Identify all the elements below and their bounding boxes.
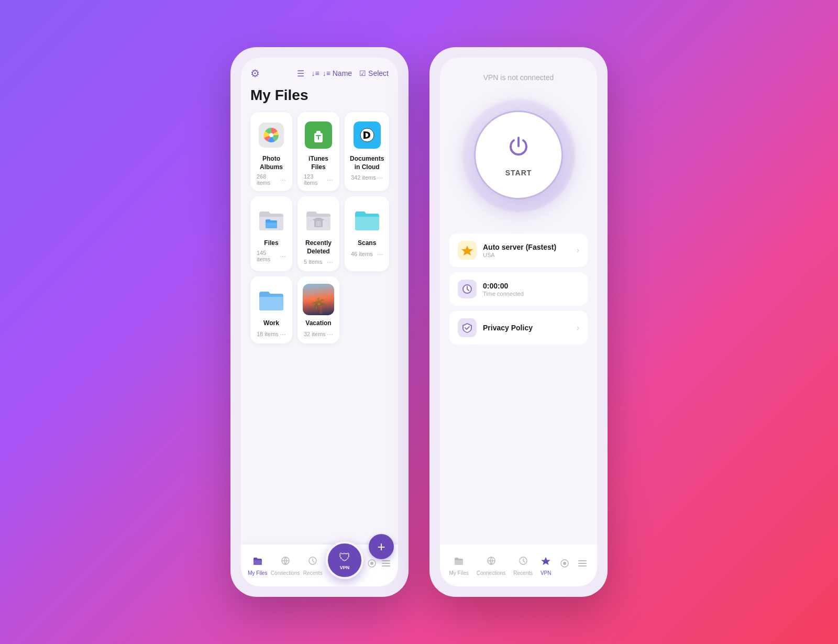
- vpn-server-sub: USA: [483, 252, 577, 258]
- work-menu[interactable]: ···: [280, 330, 286, 338]
- vpn-content: VPN is not connected START: [440, 58, 597, 545]
- bottom-nav-right: My Files Connections: [440, 545, 597, 586]
- left-phone: ⚙ ☰ ↓≡ ↓≡ Name ☑ Select My Files: [230, 47, 409, 597]
- docs-icon: [354, 121, 381, 149]
- vpn-time-icon: [458, 280, 477, 298]
- photo-albums-menu[interactable]: ···: [280, 175, 286, 184]
- vpn-server-row[interactable]: Auto server (Fastest) USA ›: [449, 234, 588, 267]
- docs-count: 342 items: [351, 174, 376, 181]
- file-card-work[interactable]: Work 18 items ···: [250, 276, 292, 343]
- files-name: Files: [264, 239, 278, 248]
- vacation-menu[interactable]: ···: [327, 330, 333, 338]
- vacation-meta: 32 items ···: [303, 330, 334, 338]
- nav-item-connections[interactable]: Connections: [271, 556, 300, 576]
- vpn-power-button[interactable]: START: [474, 110, 563, 199]
- vpn-power-icon: [505, 134, 532, 165]
- docs-meta: 342 items ···: [350, 173, 384, 182]
- vpn-time-row[interactable]: 0:00:00 Time connected: [449, 272, 588, 306]
- file-card-files[interactable]: Files 145 items ···: [250, 196, 292, 271]
- nav-item-vpn-center[interactable]: 🛡 VPN: [326, 552, 363, 579]
- svg-rect-11: [363, 131, 365, 139]
- recents-nav-icon: [307, 556, 318, 569]
- vpn-server-icon: [458, 241, 477, 260]
- files-icon-wrap: [256, 204, 287, 235]
- add-fab-button[interactable]: +: [369, 534, 394, 559]
- right-nav-more[interactable]: [577, 558, 588, 573]
- vpn-privacy-title: Privacy Policy: [483, 324, 577, 332]
- right-nav-connections[interactable]: Connections: [477, 556, 506, 576]
- vpn-privacy-icon: [458, 318, 477, 337]
- vpn-center-button[interactable]: 🛡 VPN: [326, 541, 363, 579]
- vacation-name: Vacation: [305, 319, 331, 328]
- nav-item-myfiles[interactable]: My Files: [248, 556, 267, 576]
- vpn-privacy-row[interactable]: Privacy Policy ›: [449, 311, 588, 345]
- sort-button[interactable]: ↓≡ ↓≡ Name: [312, 69, 352, 77]
- recently-deleted-menu[interactable]: ···: [327, 258, 333, 266]
- myfiles-content: ⚙ ☰ ↓≡ ↓≡ Name ☑ Select My Files: [241, 58, 398, 545]
- recently-deleted-name: Recently Deleted: [303, 239, 334, 256]
- svg-rect-5: [316, 131, 321, 134]
- scans-menu[interactable]: ···: [377, 250, 383, 258]
- right-vpn-nav-label: VPN: [541, 570, 552, 576]
- nav-item-browser[interactable]: [367, 558, 377, 573]
- list-icon[interactable]: ☰: [297, 69, 304, 79]
- browser-nav-icon: [367, 558, 377, 571]
- right-nav-myfiles[interactable]: My Files: [449, 556, 468, 576]
- nav-item-recents[interactable]: Recents: [303, 556, 323, 576]
- itunes-name: iTunes Files: [303, 155, 334, 171]
- right-nav-recents[interactable]: Recents: [513, 556, 533, 576]
- right-nav-browser[interactable]: [559, 558, 570, 573]
- more-nav-icon: [381, 558, 391, 571]
- recently-deleted-icon-wrap: [303, 204, 334, 235]
- work-icon-wrap: [256, 284, 287, 315]
- work-name: Work: [263, 319, 279, 328]
- file-card-docs[interactable]: Documents in Cloud 342 items ···: [345, 112, 389, 191]
- gear-icon[interactable]: ⚙: [250, 67, 260, 80]
- right-recents-nav-label: Recents: [513, 570, 533, 576]
- vpn-time-text: 0:00:00 Time connected: [483, 282, 579, 297]
- photo-albums-meta: 268 items ···: [256, 173, 287, 186]
- files-menu[interactable]: ···: [280, 252, 286, 260]
- page-title: My Files: [250, 87, 389, 104]
- vpn-power-outer-circle: START: [461, 97, 576, 213]
- right-connections-nav-icon: [486, 556, 497, 569]
- recently-deleted-meta: 5 items ···: [303, 258, 334, 266]
- file-card-scans[interactable]: Scans 46 items ···: [345, 196, 389, 271]
- myfiles-nav-label: My Files: [248, 570, 267, 576]
- connections-nav-icon: [280, 556, 291, 569]
- file-card-vacation[interactable]: Vacation 32 items ···: [297, 276, 339, 343]
- right-phone: VPN is not connected START: [429, 47, 608, 597]
- right-connections-nav-label: Connections: [477, 570, 506, 576]
- svg-rect-7: [318, 135, 319, 140]
- vpn-shield-icon: 🛡: [339, 551, 350, 564]
- right-vpn-nav-icon: [541, 556, 551, 569]
- itunes-icon-wrap: [303, 119, 334, 151]
- nav-item-more[interactable]: [381, 558, 391, 573]
- select-button[interactable]: ☑ Select: [359, 69, 389, 77]
- work-count: 18 items: [257, 331, 279, 337]
- photo-albums-icon: [256, 119, 287, 151]
- connections-nav-label: Connections: [271, 570, 300, 576]
- scans-name: Scans: [358, 239, 376, 248]
- file-card-recently-deleted[interactable]: Recently Deleted 5 items ···: [297, 196, 339, 271]
- right-recents-nav-icon: [518, 556, 528, 569]
- docs-menu[interactable]: ···: [377, 173, 383, 182]
- vpn-server-title: Auto server (Fastest): [483, 243, 577, 251]
- vpn-status-text: VPN is not connected: [483, 73, 554, 82]
- sort-label-text: ↓≡ Name: [323, 69, 352, 77]
- toolbar: ⚙ ☰ ↓≡ ↓≡ Name ☑ Select: [250, 67, 389, 80]
- docs-name: Documents in Cloud: [350, 155, 384, 171]
- itunes-menu[interactable]: ···: [327, 175, 333, 184]
- file-card-itunes[interactable]: iTunes Files 123 items ···: [297, 112, 339, 191]
- files-meta: 145 items ···: [256, 250, 287, 262]
- photo-albums-name: Photo Albums: [256, 155, 287, 171]
- svg-point-22: [370, 562, 373, 565]
- right-myfiles-nav-icon: [454, 556, 464, 569]
- vacation-thumbnail: [303, 284, 334, 315]
- vpn-time-sub: Time connected: [483, 291, 579, 297]
- vacation-count: 32 items: [304, 331, 326, 337]
- file-card-photo-albums[interactable]: Photo Albums 268 items ···: [250, 112, 292, 191]
- vpn-privacy-chevron: ›: [577, 323, 579, 332]
- right-nav-vpn[interactable]: VPN: [541, 556, 552, 576]
- left-phone-inner: ⚙ ☰ ↓≡ ↓≡ Name ☑ Select My Files: [241, 58, 398, 586]
